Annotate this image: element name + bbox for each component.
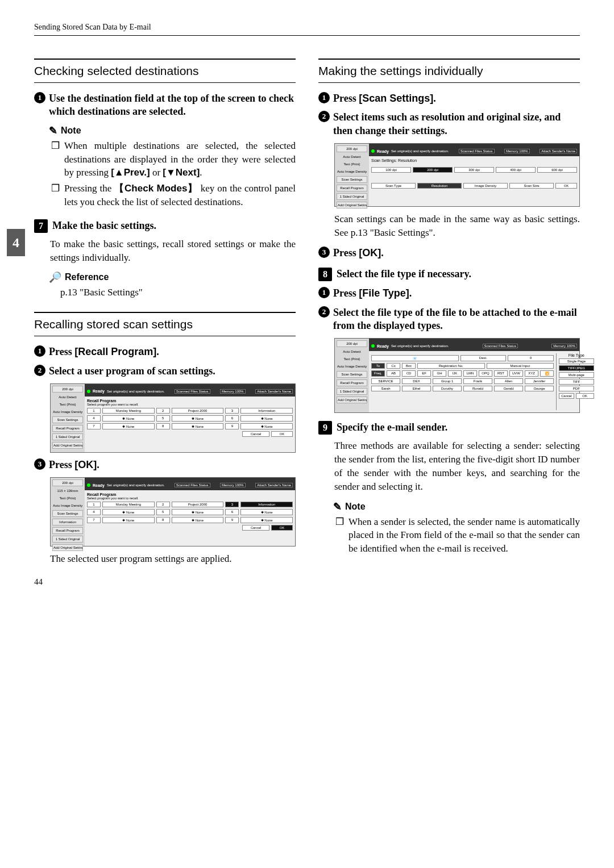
substep-3-marker: 3 bbox=[318, 247, 330, 258]
chapter-tab: 4 bbox=[7, 229, 25, 256]
note-label: Note bbox=[61, 126, 81, 136]
step-7-marker: 7 bbox=[34, 219, 48, 233]
note-2-text: Pressing the 【Check Modes】 key on the co… bbox=[64, 182, 296, 209]
note-1-text: When multiple destinations are selected,… bbox=[64, 139, 296, 180]
substep-2-text: Select a user program of scan settings. bbox=[49, 365, 215, 378]
step-7-body: To make the basic settings, recall store… bbox=[50, 237, 296, 265]
reference-label: Reference bbox=[65, 272, 109, 282]
screenshot-recall-ok: 200 dpi 115 × 139mm Text (Print) Auto Im… bbox=[50, 477, 296, 546]
screenshot-file-type: 200 dpi Auto Detect Text (Print) Auto Im… bbox=[334, 338, 580, 413]
page-header: Sending Stored Scan Data by E-mail bbox=[34, 23, 580, 36]
substep-1-text: Press [Scan Settings]. bbox=[333, 92, 436, 105]
section-checking-destinations: Checking selected destinations bbox=[34, 59, 296, 83]
note-text: When a sender is selected, the sender na… bbox=[349, 515, 580, 556]
screenshot-recall-program: 200 dpi Auto Detect Text (Print) Auto Im… bbox=[50, 383, 296, 453]
note-icon: ✎ bbox=[333, 500, 342, 513]
substep-1-text: Press [File Type]. bbox=[333, 287, 412, 300]
resolution-body: Scan settings can be made in the same wa… bbox=[334, 212, 580, 240]
step-7-text: Make the basic settings. bbox=[52, 219, 156, 232]
substep-1-text: Use the destination field at the top of … bbox=[49, 92, 296, 119]
substep-1-text: Press [Recall Program]. bbox=[49, 345, 159, 358]
substep-2-marker: 2 bbox=[318, 111, 330, 122]
substep-3-marker: 3 bbox=[34, 458, 45, 470]
step-9-text: Specify the e-mail sender. bbox=[337, 421, 447, 434]
section-recalling-settings: Recalling stored scan settings bbox=[34, 312, 296, 336]
substep-3-text: Press [OK]. bbox=[333, 247, 384, 260]
page-number: 44 bbox=[34, 577, 296, 587]
substep-1-marker: 1 bbox=[318, 287, 330, 298]
substep-1-marker: 1 bbox=[34, 345, 45, 357]
screenshot-resolution: 200 dpi Auto Detect Text (Print) Auto Im… bbox=[334, 143, 580, 207]
substep-3-text: Press [OK]. bbox=[49, 458, 99, 471]
step-9-marker: 9 bbox=[318, 421, 332, 435]
substep-2-marker: 2 bbox=[34, 365, 45, 376]
substep-2-text: Select the file type of the file to be a… bbox=[333, 306, 580, 333]
bullet-icon: ❒ bbox=[335, 515, 344, 556]
substep-1-marker: 1 bbox=[34, 92, 45, 103]
bullet-icon: ❒ bbox=[51, 182, 60, 209]
step-9-body: Three methods are available for selectin… bbox=[334, 439, 580, 493]
bullet-icon: ❒ bbox=[51, 139, 60, 180]
substep-2-marker: 2 bbox=[318, 306, 330, 318]
substep-1-marker: 1 bbox=[318, 92, 330, 103]
recall-footer-text: The selected user program settings are a… bbox=[50, 552, 296, 566]
note-icon: ✎ bbox=[49, 124, 57, 137]
step-8-text: Select the file type if necessary. bbox=[337, 268, 471, 281]
substep-2-text: Select items such as resolution and orig… bbox=[333, 111, 580, 137]
step-8-marker: 8 bbox=[318, 268, 332, 281]
section-individual-settings: Making the settings individually bbox=[318, 59, 580, 83]
note-label: Note bbox=[345, 502, 366, 512]
reference-text: p.13 "Basic Settings" bbox=[60, 286, 296, 299]
reference-icon: 🔎 bbox=[49, 271, 61, 283]
